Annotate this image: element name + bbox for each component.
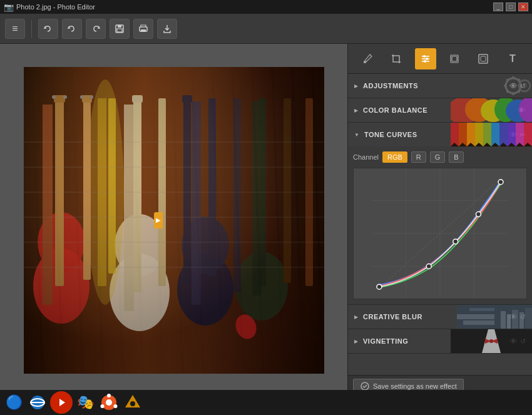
tone-curves-section: ▼ TONE CURVES 👁 ✏ bbox=[348, 123, 532, 305]
svg-point-150 bbox=[106, 399, 112, 406]
undo-btn[interactable] bbox=[38, 19, 58, 39]
svg-rect-116 bbox=[507, 314, 511, 329]
svg-point-52 bbox=[426, 58, 428, 60]
maximize-btn[interactable]: □ bbox=[506, 3, 516, 11]
close-btn[interactable]: ✕ bbox=[518, 3, 528, 11]
svg-rect-118 bbox=[519, 312, 524, 329]
export-btn[interactable] bbox=[157, 19, 177, 39]
photo-canvas bbox=[24, 67, 324, 374]
svg-rect-112 bbox=[457, 314, 494, 319]
svg-rect-78 bbox=[451, 123, 459, 146]
svg-line-65 bbox=[518, 91, 520, 93]
taskbar-media[interactable] bbox=[50, 391, 73, 414]
svg-line-66 bbox=[506, 91, 508, 93]
panel-content: ▶ ADJUSTMENTS 👁 ↺ bbox=[348, 74, 532, 375]
tone-curves-content: Channel RGB R G B bbox=[348, 146, 532, 304]
creative-blur-arrow: ▶ bbox=[354, 314, 358, 320]
svg-marker-148 bbox=[59, 399, 65, 406]
save-effect-label: Save settings as new effect bbox=[373, 382, 457, 390]
svg-point-106 bbox=[377, 284, 382, 289]
separator bbox=[31, 20, 32, 38]
text-tool-btn[interactable]: T bbox=[502, 48, 523, 69]
channel-row: Channel RGB R G B bbox=[353, 151, 527, 163]
channel-g-btn[interactable]: G bbox=[430, 151, 446, 163]
channel-rgb-btn[interactable]: RGB bbox=[382, 151, 407, 163]
adjustments-header[interactable]: ▶ ADJUSTMENTS 👁 ↺ bbox=[348, 74, 532, 98]
undo2-btn[interactable] bbox=[62, 19, 82, 39]
window-controls[interactable]: _ □ ✕ bbox=[493, 3, 528, 11]
creative-blur-section: ▶ CREATIVE BLUR 👁 ↺ bbox=[348, 305, 532, 329]
svg-point-53 bbox=[424, 60, 426, 63]
crop-tool-btn[interactable] bbox=[386, 48, 407, 69]
print-btn[interactable] bbox=[133, 19, 153, 39]
svg-point-110 bbox=[498, 180, 503, 185]
svg-point-69 bbox=[522, 83, 527, 88]
taskbar-ubuntu[interactable] bbox=[98, 391, 120, 414]
svg-rect-84 bbox=[499, 123, 508, 146]
svg-line-64 bbox=[506, 79, 508, 81]
vignetting-arrow: ▶ bbox=[354, 339, 358, 344]
main-toolbar: ≡ bbox=[0, 14, 532, 44]
creative-blur-header[interactable]: ▶ CREATIVE BLUR 👁 ↺ bbox=[348, 305, 532, 329]
svg-rect-46 bbox=[24, 67, 324, 374]
taskbar: 🔵 🎭 bbox=[0, 390, 532, 415]
frames-tool-btn[interactable] bbox=[473, 48, 494, 69]
channel-r-btn[interactable]: R bbox=[411, 151, 426, 163]
svg-line-67 bbox=[518, 79, 520, 81]
svg-point-155 bbox=[130, 401, 135, 406]
minimize-btn[interactable]: _ bbox=[493, 3, 503, 11]
curves-chart[interactable] bbox=[353, 168, 527, 299]
channel-b-btn[interactable]: B bbox=[449, 151, 463, 163]
svg-point-59 bbox=[510, 83, 516, 89]
color-balance-arrow: ▶ bbox=[354, 108, 358, 113]
tone-curves-arrow: ▼ bbox=[354, 132, 359, 138]
canvas-area: ▶ bbox=[0, 44, 347, 396]
right-panel: T ▶ ADJUSTMENTS 👁 ↺ bbox=[347, 44, 532, 396]
svg-point-151 bbox=[107, 394, 111, 397]
adjustments-tool-btn[interactable] bbox=[415, 48, 436, 69]
taskbar-chrome[interactable]: 🔵 bbox=[3, 391, 25, 414]
taskbar-opera[interactable]: 🎭 bbox=[74, 391, 96, 414]
redo-btn[interactable] bbox=[86, 19, 106, 39]
svg-rect-85 bbox=[508, 123, 516, 146]
svg-rect-57 bbox=[481, 56, 486, 61]
adjustments-arrow: ▶ bbox=[354, 83, 358, 89]
menu-btn[interactable]: ≡ bbox=[5, 19, 25, 39]
svg-point-108 bbox=[453, 239, 458, 244]
svg-rect-4 bbox=[141, 29, 146, 32]
svg-rect-2 bbox=[117, 29, 122, 32]
titlebar: 📷 Photo 2.jpg - Photo Editor _ □ ✕ bbox=[0, 0, 532, 14]
panel-toolbar: T bbox=[348, 44, 532, 74]
adjustments-section: ▶ ADJUSTMENTS 👁 ↺ bbox=[348, 74, 532, 98]
tone-curves-header[interactable]: ▼ TONE CURVES 👁 ✏ bbox=[348, 123, 532, 146]
color-balance-header[interactable]: ▶ COLOR BALANCE 👁 bbox=[348, 98, 532, 122]
taskbar-app[interactable] bbox=[121, 391, 144, 414]
channel-label: Channel bbox=[353, 153, 379, 161]
save-btn[interactable] bbox=[110, 19, 130, 39]
svg-point-126 bbox=[489, 339, 493, 343]
svg-rect-87 bbox=[524, 123, 532, 146]
svg-rect-81 bbox=[475, 123, 483, 146]
svg-point-109 bbox=[476, 212, 481, 217]
svg-point-47 bbox=[364, 61, 366, 63]
svg-rect-86 bbox=[516, 123, 524, 146]
svg-point-51 bbox=[423, 55, 426, 58]
svg-rect-80 bbox=[467, 123, 475, 146]
vignetting-header[interactable]: ▶ VIGNETTING 👁 ↺ bbox=[348, 329, 532, 353]
color-balance-section: ▶ COLOR BALANCE 👁 bbox=[348, 98, 532, 123]
layers-tool-btn[interactable] bbox=[444, 48, 465, 69]
dropper-tool-btn[interactable] bbox=[357, 48, 378, 69]
taskbar-ie[interactable] bbox=[26, 391, 49, 414]
svg-rect-114 bbox=[463, 320, 494, 325]
curves-svg bbox=[354, 168, 526, 299]
svg-rect-79 bbox=[459, 123, 467, 146]
vignetting-section: ▶ VIGNETTING 👁 ↺ bbox=[348, 329, 532, 354]
svg-rect-115 bbox=[501, 311, 506, 329]
panel-collapse-arrow[interactable]: ▶ bbox=[154, 212, 163, 228]
svg-point-153 bbox=[114, 404, 118, 408]
svg-point-152 bbox=[101, 404, 105, 408]
svg-rect-113 bbox=[469, 308, 494, 311]
svg-rect-83 bbox=[491, 123, 499, 146]
svg-rect-1 bbox=[118, 25, 121, 28]
svg-point-107 bbox=[426, 264, 431, 269]
